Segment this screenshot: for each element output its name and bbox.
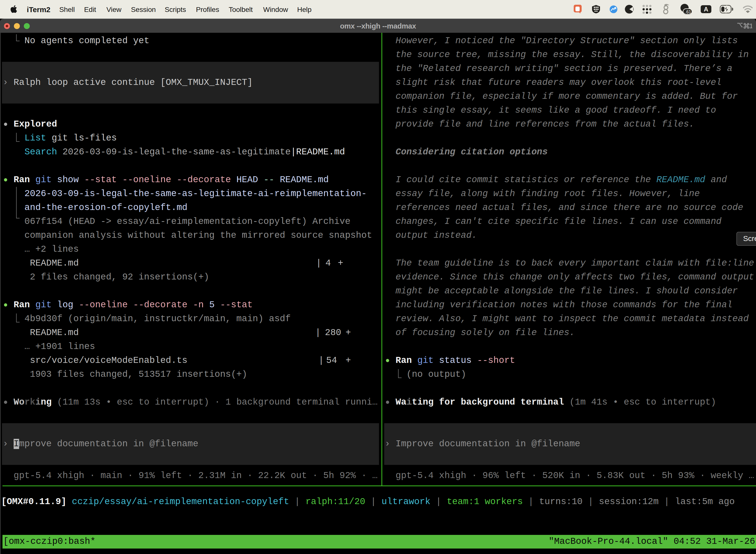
svg-text:1: 1 [749, 22, 752, 30]
svg-text:..61: ..61 [684, 9, 691, 14]
